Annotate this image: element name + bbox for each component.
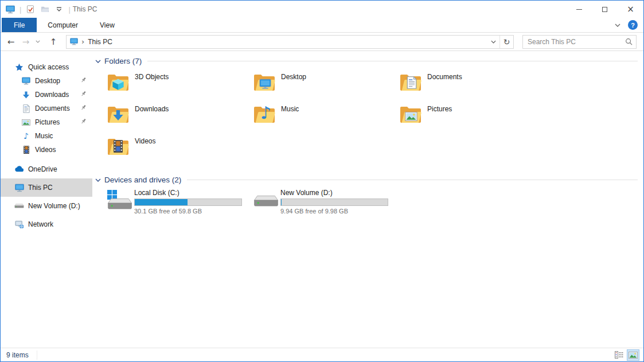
- folder-label: Pictures: [427, 105, 452, 113]
- group-title: Devices and drives (2): [104, 176, 181, 184]
- folders-group-header[interactable]: Folders (7): [95, 57, 638, 65]
- folder-label: 3D Objects: [135, 73, 169, 81]
- titlebar-separator: |: [68, 5, 70, 14]
- pictures-icon: [21, 119, 31, 126]
- address-dropdown-button[interactable]: [487, 36, 499, 48]
- status-bar: 9 items: [1, 348, 643, 361]
- navigation-bar: ← → ↑ › This PC ↻: [1, 33, 643, 51]
- breadcrumb-chevron-icon[interactable]: ›: [81, 37, 84, 46]
- help-button[interactable]: ?: [628, 20, 638, 30]
- folder-tile-pictures[interactable]: Pictures: [399, 103, 545, 135]
- drive-tile-local-disk-c[interactable]: Local Disk (C:) 30.1 GB free of 59.8 GB: [107, 189, 253, 220]
- breadcrumb-location[interactable]: This PC: [88, 38, 112, 46]
- quick-access-toolbar: | |: [5, 4, 71, 14]
- customize-qat-dropdown[interactable]: [54, 4, 64, 14]
- folder-icon: [399, 71, 422, 93]
- pin-icon: [80, 77, 87, 85]
- drive-tile-new-volume-d[interactable]: New Volume (D:) 9.94 GB free of 9.98 GB: [253, 189, 399, 220]
- sidebar-item-network[interactable]: Network: [1, 215, 92, 233]
- folders-grid: 3D Objects Desktop Documents: [107, 71, 643, 168]
- up-button[interactable]: ↑: [46, 35, 60, 49]
- 3d-cube-icon: [112, 78, 124, 92]
- drive-label: Local Disk (C:): [134, 189, 242, 197]
- folder-icon: [399, 103, 422, 125]
- sidebar-item-downloads[interactable]: Downloads: [1, 88, 92, 102]
- maximize-icon: [602, 7, 607, 12]
- sidebar-item-desktop[interactable]: Desktop: [1, 74, 92, 88]
- sidebar-item-music[interactable]: ♪ Music: [1, 129, 92, 143]
- sidebar-item-new-volume-d[interactable]: New Volume (D:): [1, 197, 92, 215]
- tab-computer[interactable]: Computer: [37, 18, 89, 32]
- group-divider: [187, 180, 638, 180]
- search-box[interactable]: [522, 35, 637, 49]
- drive-icon: [14, 204, 24, 208]
- sidebar-item-pictures[interactable]: Pictures: [1, 115, 92, 129]
- breadcrumb: › This PC: [70, 37, 112, 46]
- forward-button[interactable]: →: [19, 35, 33, 49]
- videos-icon: [21, 146, 31, 154]
- properties-button[interactable]: [25, 4, 36, 14]
- drives-grid: Local Disk (C:) 30.1 GB free of 59.8 GB …: [107, 189, 643, 220]
- folder-icon: [107, 71, 130, 93]
- sidebar-item-quick-access[interactable]: Quick access: [1, 60, 92, 74]
- folder-label: Videos: [135, 137, 155, 145]
- drives-group-header[interactable]: Devices and drives (2): [95, 176, 638, 184]
- folder-tile-desktop[interactable]: Desktop: [253, 71, 399, 103]
- music-note-icon: ♪: [21, 132, 31, 140]
- disk-usage-bar: [134, 198, 242, 206]
- document-page-icon: [407, 76, 417, 91]
- folder-label: Music: [281, 105, 299, 113]
- sidebar-item-documents[interactable]: Documents: [1, 102, 92, 115]
- photo-icon: [405, 112, 417, 123]
- film-strip-icon: [114, 140, 123, 154]
- folder-tile-music[interactable]: ♪ Music: [253, 103, 399, 135]
- network-icon: [14, 220, 24, 229]
- this-pc-icon: [14, 184, 24, 192]
- desktop-icon: [21, 77, 31, 85]
- folder-tile-downloads[interactable]: Downloads: [107, 103, 253, 135]
- titlebar-separator: |: [19, 5, 21, 14]
- downloads-icon: [21, 91, 31, 99]
- large-icons-view-button[interactable]: [627, 350, 639, 360]
- sidebar-item-videos[interactable]: Videos: [1, 143, 92, 157]
- sidebar-item-this-pc[interactable]: This PC: [1, 178, 92, 197]
- sidebar-item-onedrive[interactable]: OneDrive: [1, 160, 92, 178]
- search-icon[interactable]: [625, 38, 633, 45]
- pin-icon: [80, 104, 87, 112]
- tab-file[interactable]: File: [2, 18, 37, 32]
- back-button[interactable]: ←: [4, 35, 18, 49]
- address-bar[interactable]: › This PC ↻: [66, 35, 514, 49]
- folder-tile-videos[interactable]: Videos: [107, 135, 253, 168]
- desktop-monitor-icon: [259, 79, 271, 91]
- drive-free-space: 30.1 GB free of 59.8 GB: [134, 208, 242, 215]
- recent-locations-chevron-icon[interactable]: [34, 35, 42, 49]
- collapse-chevron-icon[interactable]: [95, 178, 101, 182]
- window-controls: ×: [566, 1, 643, 18]
- documents-icon: [21, 104, 31, 113]
- minimize-icon: [576, 9, 582, 10]
- group-title: Folders (7): [104, 57, 142, 65]
- new-folder-button[interactable]: [40, 4, 50, 14]
- item-count: 9 items: [1, 351, 37, 360]
- search-input[interactable]: [528, 38, 625, 46]
- disk-usage-bar: [280, 198, 388, 206]
- folder-icon: [107, 103, 130, 125]
- minimize-button[interactable]: [566, 1, 592, 18]
- details-view-button[interactable]: [613, 350, 625, 360]
- tab-view[interactable]: View: [89, 18, 126, 32]
- file-explorer-window: | | This PC × File Computer View ? ← → ↑: [0, 0, 644, 362]
- folder-tile-documents[interactable]: Documents: [399, 71, 545, 103]
- ribbon-tab-bar: File Computer View ?: [1, 18, 643, 33]
- group-divider: [147, 61, 638, 61]
- navigation-pane: Quick access Desktop Downloads Documents…: [1, 51, 92, 348]
- pin-icon: [80, 91, 87, 99]
- titlebar[interactable]: | | This PC ×: [1, 1, 643, 18]
- refresh-button[interactable]: ↻: [499, 36, 513, 48]
- music-note-icon: ♪: [260, 104, 271, 122]
- maximize-button[interactable]: [592, 1, 618, 18]
- quick-access-star-icon: [14, 63, 24, 72]
- collapse-chevron-icon[interactable]: [95, 60, 101, 63]
- close-button[interactable]: ×: [618, 1, 643, 18]
- folder-tile-3d-objects[interactable]: 3D Objects: [107, 71, 253, 103]
- expand-ribbon-chevron-icon[interactable]: [615, 24, 620, 27]
